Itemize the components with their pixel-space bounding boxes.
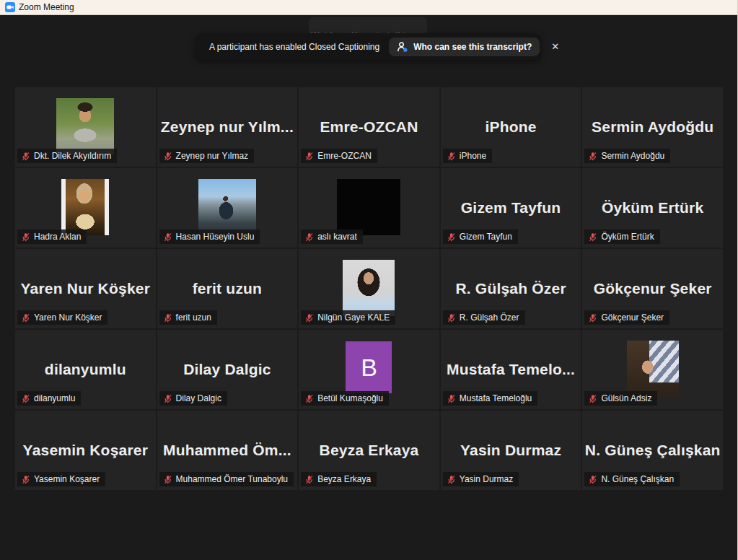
participant-name-label: Zeynep nur Yılmaz <box>159 149 255 163</box>
participant-name-text: Mustafa Temeloğlu <box>460 393 532 403</box>
mic-muted-icon <box>163 475 172 484</box>
participant-tile[interactable]: Mustafa Temelo... Mustafa Temeloğlu <box>441 330 581 409</box>
mic-muted-icon <box>21 313 30 323</box>
mic-muted-icon <box>588 152 597 161</box>
participant-tile[interactable]: Gökçenur Şeker Gökçenur Şeker <box>582 249 723 328</box>
participant-tile[interactable]: Nilgün Gaye KALE <box>299 249 439 328</box>
mic-muted-icon <box>447 475 456 484</box>
participant-name-text: R. Gülşah Özer <box>460 312 519 323</box>
participant-name-text: Nilgün Gaye KALE <box>317 312 390 323</box>
participant-name-text: Gökçenur Şeker <box>601 312 664 323</box>
participant-grid: Dkt. Dilek Akyıldırım Zeynep nur Yılm...… <box>15 87 723 490</box>
closed-captioning-banner: A participant has enabled Closed Caption… <box>196 33 541 60</box>
participant-name-label: N. Güneş Çalışkan <box>584 472 680 486</box>
participant-tile[interactable]: Hadra Aklan <box>15 168 156 248</box>
mic-muted-icon <box>447 313 456 323</box>
participant-tile[interactable]: Beyza Erkaya Beyza Erkaya <box>299 411 439 490</box>
participant-name-label: aslı kavrat <box>301 229 363 244</box>
mic-muted-icon <box>163 394 172 403</box>
mic-muted-icon <box>163 232 172 242</box>
participant-name-text: Muhammed Ömer Tunaboylu <box>176 474 288 484</box>
window-titlebar[interactable]: Zoom Meeting <box>0 0 737 15</box>
participant-name-text: Emre-OZCAN <box>317 151 372 161</box>
participant-name-label: Yaren Nur Köşker <box>17 310 107 325</box>
mic-muted-icon <box>304 232 314 242</box>
mic-muted-icon <box>304 152 314 161</box>
participant-name-label: Dkt. Dilek Akyıldırım <box>17 149 117 163</box>
participant-name-label: Muhammed Ömer Tunaboylu <box>159 472 294 486</box>
mic-muted-icon <box>21 475 30 484</box>
participant-name-label: Betül Kumaşoğlu <box>301 391 389 406</box>
participant-name-text: Zeynep nur Yılmaz <box>176 151 249 161</box>
mic-muted-icon <box>447 152 456 161</box>
participant-name-text: Dkt. Dilek Akyıldırım <box>34 151 111 161</box>
participant-tile[interactable]: iPhone iPhone <box>441 87 581 167</box>
participant-name-text: Beyza Erkaya <box>317 474 371 484</box>
mic-muted-icon <box>21 394 30 403</box>
participant-tile[interactable]: Gülsün Adsiz <box>582 330 723 409</box>
participant-name-label: Dilay Dalgic <box>159 391 227 406</box>
participant-name-label: ferit uzun <box>159 310 217 325</box>
participant-tile[interactable]: dilanyumlu dilanyumlu <box>15 330 156 409</box>
who-can-see-transcript-button[interactable]: Who can see this transcript? <box>389 38 540 56</box>
banner-close-button[interactable]: ✕ <box>551 42 559 51</box>
participant-name-text: Öyküm Ertürk <box>601 232 654 242</box>
mic-muted-icon <box>21 152 30 161</box>
participant-name-text: aslı kavrat <box>317 232 357 242</box>
participant-tile[interactable]: R. Gülşah Özer R. Gülşah Özer <box>441 249 581 328</box>
participant-tile[interactable]: Hasan Hüseyin Uslu <box>157 168 298 248</box>
participant-tile[interactable]: Muhammed Öm... Muhammed Ömer Tunaboylu <box>157 411 298 490</box>
participant-name-text: dilanyumlu <box>34 393 75 403</box>
participant-name-label: iPhone <box>443 149 492 163</box>
mic-muted-icon <box>304 475 314 484</box>
participant-video-thumbnail <box>337 179 400 235</box>
participant-video-thumbnail <box>343 260 395 316</box>
participant-name-label: Nilgün Gaye KALE <box>301 310 395 325</box>
participant-name-text: N. Güneş Çalışkan <box>601 474 674 484</box>
participant-tile[interactable]: Öyküm Ertürk Öyküm Ertürk <box>582 168 723 248</box>
participant-name-label: Gökçenur Şeker <box>584 310 669 325</box>
participant-tile[interactable]: Yaren Nur Köşker Yaren Nur Köşker <box>15 249 156 328</box>
mic-muted-icon <box>304 313 314 323</box>
participant-video-thumbnail <box>198 179 256 234</box>
participant-name-label: Hasan Hüseyin Uslu <box>159 229 260 244</box>
participant-name-text: Dilay Dalgic <box>176 393 221 403</box>
participant-name-text: iPhone <box>460 151 486 161</box>
mic-muted-icon <box>21 232 30 242</box>
participant-name-text: Yasemin Koşarer <box>34 474 100 484</box>
participant-name-label: Emre-OZCAN <box>301 149 377 163</box>
participant-tile[interactable]: Dkt. Dilek Akyıldırım <box>15 87 156 167</box>
participant-avatar: B <box>346 341 392 393</box>
person-icon <box>397 41 408 53</box>
participant-tile[interactable]: aslı kavrat <box>299 168 439 248</box>
participant-video-thumbnail <box>56 98 114 154</box>
participant-name-label: Yasemin Koşarer <box>17 472 105 486</box>
participant-tile[interactable]: Yasemin Koşarer Yasemin Koşarer <box>15 411 156 490</box>
participant-name-label: Sermin Aydoğdu <box>584 149 670 163</box>
participant-tile[interactable]: ferit uzun ferit uzun <box>157 249 298 328</box>
participant-name-label: R. Gülşah Özer <box>443 310 525 325</box>
zoom-camera-icon <box>5 2 15 12</box>
participant-tile[interactable]: Sermin Aydoğdu Sermin Aydoğdu <box>582 87 723 167</box>
participant-tile[interactable]: Emre-OZCAN Emre-OZCAN <box>299 87 439 167</box>
mic-muted-icon <box>304 394 314 403</box>
participant-name-text: ferit uzun <box>176 312 211 323</box>
participant-tile[interactable]: Yasin Durmaz Yasin Durmaz <box>441 411 581 490</box>
participant-name-label: Gizem Tayfun <box>443 229 518 244</box>
mic-muted-icon <box>588 394 597 403</box>
participant-tile[interactable]: N. Güneş Çalışkan N. Güneş Çalışkan <box>582 411 723 490</box>
participant-name-label: dilanyumlu <box>17 391 81 406</box>
participant-name-text: Yaren Nur Köşker <box>34 312 102 323</box>
participant-name-text: Hadra Aklan <box>34 232 81 242</box>
participant-name-text: Gülsün Adsiz <box>601 393 651 403</box>
participant-tile[interactable]: B Betül Kumaşoğlu <box>299 330 439 409</box>
banner-message: A participant has enabled Closed Caption… <box>209 42 379 52</box>
participant-tile[interactable]: Dilay Dalgic Dilay Dalgic <box>157 330 298 409</box>
participant-tile[interactable]: Gizem Tayfun Gizem Tayfun <box>441 168 581 248</box>
mic-muted-icon <box>163 152 172 161</box>
participant-name-text: Betül Kumaşoğlu <box>317 393 383 403</box>
participant-tile[interactable]: Zeynep nur Yılm... Zeynep nur Yılmaz <box>157 87 298 167</box>
participant-video-thumbnail <box>61 179 109 235</box>
mic-muted-icon <box>447 394 456 403</box>
participant-name-label: Öyküm Ertürk <box>584 229 659 244</box>
